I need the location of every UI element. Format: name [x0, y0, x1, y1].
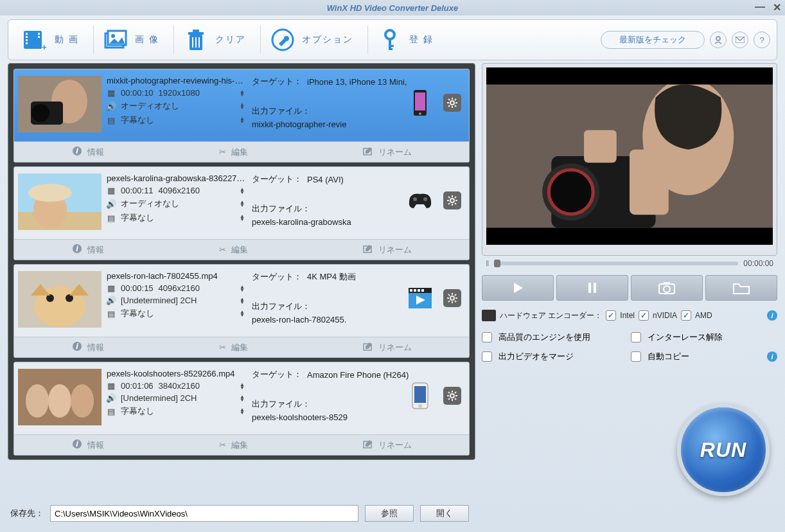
- stepper[interactable]: ▲▼: [238, 310, 247, 317]
- stepper[interactable]: ▲▼: [238, 215, 247, 221]
- toolbar: + 動 画 画 像 クリア オプション 登 録 最新版をチェック ?: [8, 19, 777, 60]
- timeline-collapse-icon[interactable]: ⦀: [486, 258, 489, 269]
- svg-point-71: [450, 296, 454, 300]
- item-settings-button[interactable]: [443, 191, 461, 209]
- svg-rect-116: [664, 282, 670, 285]
- deinterlace-checkbox[interactable]: [631, 332, 641, 342]
- item-edit-button[interactable]: ✂編集: [219, 342, 248, 353]
- intel-checkbox[interactable]: [606, 310, 616, 321]
- item-rename-button[interactable]: リネーム: [363, 244, 412, 256]
- svg-rect-29: [415, 93, 425, 111]
- check-update-button[interactable]: 最新版をチェック: [601, 31, 705, 49]
- toolbar-image-button[interactable]: 画 像: [95, 24, 167, 55]
- item-settings-button[interactable]: [443, 289, 461, 307]
- hw-info-button[interactable]: i: [767, 310, 777, 321]
- item-edit-button[interactable]: ✂編集: [219, 439, 248, 451]
- item-settings-button[interactable]: [443, 94, 461, 112]
- nvidia-checkbox[interactable]: [639, 310, 649, 321]
- trash-icon: [183, 27, 209, 53]
- toolbar-options-button[interactable]: オプション: [262, 24, 361, 55]
- info-icon: i: [72, 439, 82, 451]
- minimize-button[interactable]: —: [755, 1, 765, 13]
- stepper[interactable]: ▲▼: [238, 285, 247, 292]
- svg-text:i: i: [76, 439, 78, 448]
- svg-line-37: [455, 105, 456, 107]
- scissors-icon: ✂: [219, 440, 226, 450]
- rename-icon: [363, 439, 373, 451]
- stepper[interactable]: ▲▼: [238, 383, 247, 389]
- pause-button[interactable]: [556, 275, 628, 301]
- file-item[interactable]: pexels-koolshooters-8529266.mp4 ▦00:01:0…: [13, 362, 470, 456]
- stepper[interactable]: ▲▼: [238, 395, 247, 402]
- mail-button[interactable]: [732, 31, 748, 48]
- svg-rect-70: [421, 289, 424, 292]
- audio-icon: 🔊: [107, 393, 116, 403]
- stepper[interactable]: ▲▼: [238, 188, 247, 194]
- svg-line-56: [448, 203, 450, 204]
- audio-icon: 🔊: [107, 102, 116, 111]
- item-info-button[interactable]: i情報: [72, 146, 104, 158]
- file-item[interactable]: mixkit-photographer-reviewing-his-sho ▦0…: [13, 69, 470, 163]
- toolbar-video-button[interactable]: + 動 画: [15, 24, 87, 55]
- stepper[interactable]: ▲▼: [238, 408, 247, 414]
- svg-line-95: [448, 392, 450, 393]
- snapshot-button[interactable]: [631, 275, 703, 301]
- svg-point-49: [450, 199, 454, 202]
- svg-rect-13: [193, 30, 199, 32]
- save-path-input[interactable]: [50, 505, 358, 522]
- autocopy-info-button[interactable]: i: [767, 351, 777, 362]
- close-button[interactable]: ✕: [773, 1, 781, 13]
- svg-line-77: [455, 301, 456, 302]
- file-thumbnail[interactable]: [18, 271, 101, 328]
- help-button[interactable]: ?: [754, 31, 770, 48]
- merge-checkbox[interactable]: [482, 351, 492, 362]
- open-button[interactable]: 開く: [420, 505, 469, 522]
- item-rename-button[interactable]: リネーム: [363, 146, 412, 158]
- stepper[interactable]: ▲▼: [238, 90, 247, 96]
- folder-button[interactable]: [705, 275, 777, 301]
- timeline-track[interactable]: [494, 262, 738, 265]
- svg-text:i: i: [76, 244, 78, 253]
- svg-rect-109: [630, 150, 669, 215]
- browse-button[interactable]: 参照: [365, 505, 414, 522]
- account-button[interactable]: [710, 31, 727, 48]
- svg-rect-4: [26, 42, 28, 44]
- chip-icon: [482, 310, 496, 321]
- stepper[interactable]: ▲▼: [238, 117, 247, 123]
- item-info-button[interactable]: i情報: [72, 244, 104, 256]
- file-thumbnail[interactable]: [18, 173, 101, 230]
- toolbar-register-button[interactable]: 登 録: [369, 24, 441, 55]
- amd-checkbox[interactable]: [681, 310, 691, 321]
- rename-icon: [363, 244, 373, 256]
- item-settings-button[interactable]: [443, 387, 461, 405]
- svg-point-84: [26, 384, 49, 418]
- item-edit-button[interactable]: ✂編集: [219, 146, 248, 158]
- svg-point-27: [31, 104, 49, 122]
- preview-screen[interactable]: [486, 67, 773, 245]
- item-rename-button[interactable]: リネーム: [363, 439, 412, 451]
- autocopy-checkbox[interactable]: [631, 351, 641, 362]
- file-thumbnail[interactable]: [18, 76, 101, 132]
- svg-point-46: [28, 184, 72, 202]
- item-edit-button[interactable]: ✂編集: [219, 244, 248, 256]
- item-info-button[interactable]: i情報: [72, 439, 104, 451]
- item-rename-button[interactable]: リネーム: [363, 341, 412, 353]
- film-icon: ▦: [107, 283, 116, 293]
- stepper[interactable]: ▲▼: [238, 200, 247, 207]
- toolbar-clear-button[interactable]: クリア: [175, 24, 254, 55]
- item-info-button[interactable]: i情報: [72, 341, 104, 353]
- app-title: WinX HD Video Converter Deluxe: [327, 3, 459, 13]
- hq-engine-checkbox[interactable]: [482, 332, 492, 342]
- svg-line-39: [455, 99, 456, 100]
- run-button[interactable]: RUN: [677, 403, 770, 496]
- play-button[interactable]: [482, 275, 554, 301]
- file-item[interactable]: pexels-karolina-grabowska-8362274.m ▦00:…: [13, 166, 470, 260]
- svg-point-85: [48, 384, 71, 418]
- stepper[interactable]: ▲▼: [238, 103, 247, 109]
- file-thumbnail[interactable]: [18, 369, 101, 425]
- svg-rect-15: [195, 37, 197, 48]
- stepper[interactable]: ▲▼: [238, 297, 247, 304]
- file-item[interactable]: pexels-ron-lach-7802455.mp4 ▦00:00:15409…: [13, 264, 470, 358]
- film-plus-icon: +: [22, 27, 48, 53]
- subtitle-icon: ▤: [107, 116, 116, 125]
